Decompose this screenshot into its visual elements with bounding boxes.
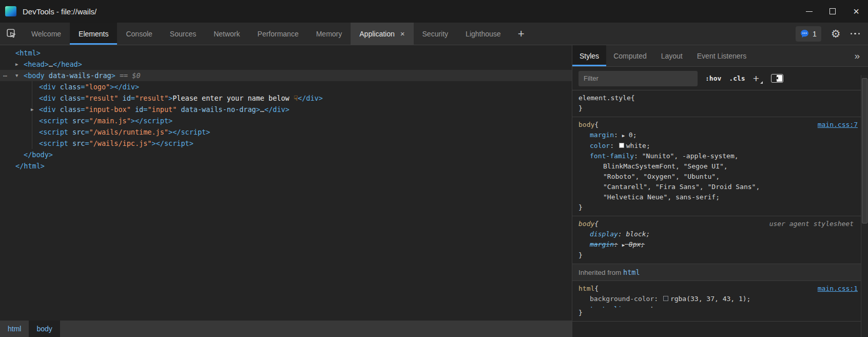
rule-closing-brace: } [572,202,861,213]
toggle-sidebar-icon[interactable] [771,74,783,83]
issues-count: 1 [813,30,817,38]
tab-welcome[interactable]: Welcome [23,23,70,45]
node-overflow-dots-icon[interactable]: ⋯ [3,70,8,81]
window-title: DevTools - file://wails/ [23,7,97,16]
tree-row-head-node[interactable]: ▶<head>…</head> [0,59,572,70]
tab-label: Memory [316,30,342,38]
dom-tree: <html>▶<head>…</head>⋯▼<body data-wails-… [0,45,572,321]
add-tab-button[interactable]: + [510,23,533,45]
css-declaration[interactable]: "Helvetica Neue", sans-serif; [572,192,861,202]
issues-bubble-icon [800,29,809,38]
tab-memory[interactable]: Memory [307,23,351,45]
styles-sidebar: StylesComputedLayoutEvent Listeners» :ho… [572,45,868,337]
tree-row-body-node[interactable]: ⋯▼<body data-wails-drag> == $0 [0,70,572,81]
tree-row-script-runtime-js[interactable]: <script src="/wails/runtime.js"></script… [0,126,572,138]
tab-console[interactable]: Console [117,23,161,45]
collapse-arrow-icon[interactable]: ▼ [15,70,18,81]
main-split: <html>▶<head>…</head>⋯▼<body data-wails-… [0,45,868,337]
stylesheet-source-link[interactable]: main.css:1 [818,284,858,294]
tab-label: Lighthouse [466,30,501,38]
pseudo-state-toggle[interactable]: :hov [705,74,721,82]
styles-filter-row: :hov .cls + [572,67,868,90]
color-swatch[interactable] [663,296,668,301]
tab-sources[interactable]: Sources [161,23,205,45]
toolbar-right: 1 ⚙ [796,23,868,45]
rule-element-style: element.style {} [572,90,861,117]
tab-label: Welcome [31,30,61,38]
inherited-from-bar: Inherited from html [572,264,861,281]
sidebar-tab-computed[interactable]: Computed [606,45,654,66]
tab-lighthouse[interactable]: Lighthouse [457,23,510,45]
tab-label: Performance [258,30,299,38]
tree-row-div-input-box[interactable]: ▶<div class="input-box" id="input" data-… [0,104,572,115]
styles-scrollbar[interactable] [861,75,868,337]
css-declaration[interactable]: background-color: rgba(33, 37, 43, 1); [572,294,861,304]
issues-counter-button[interactable]: 1 [796,26,821,42]
color-swatch[interactable] [619,143,624,148]
breadcrumb-html[interactable]: html [0,321,29,337]
css-declaration[interactable]: "Roboto", "Oxygen", "Ubuntu", [572,172,861,182]
sidebar-tab-event-listeners[interactable]: Event Listeners [690,45,754,66]
element-class-toggle[interactable]: .cls [729,74,745,82]
tab-label: Console [126,30,152,38]
rule-selector[interactable]: body {user agent stylesheet [572,219,861,229]
css-declaration[interactable]: margin: ▶ 8px; [572,239,861,250]
css-declaration[interactable]: font-family: "Nunito", -apple-system, [572,151,861,161]
css-declaration[interactable]: "Cantarell", "Fira Sans", "Droid Sans", [572,182,861,192]
tab-elements[interactable]: Elements [70,23,117,45]
tree-row-script-ipc-js[interactable]: <script src="/wails/ipc.js"></script> [0,138,572,149]
expand-arrow-icon[interactable]: ▶ [31,104,33,115]
tree-row-div-logo[interactable]: <div class="logo"></div> [0,81,572,92]
tree-row-div-result[interactable]: <div class="result" id="result">Please e… [0,92,572,104]
tab-application[interactable]: Application× [351,23,413,45]
pointing-down-emoji: ☟ [294,94,298,102]
styles-filter-input[interactable] [578,71,698,86]
inherited-from-label: Inherited from [578,269,623,276]
tab-security[interactable]: Security [414,23,457,45]
rule-selector[interactable]: html {main.css:1 [572,284,861,294]
inspect-cursor-icon [7,29,16,39]
devtools-window: DevTools - file://wails/ × WelcomeElemen… [0,0,868,337]
rule-html-main-css: html {main.css:1background-color: rgba(3… [572,281,861,322]
sidebar-tab-strip: StylesComputedLayoutEvent Listeners» [572,45,868,67]
maximize-icon [830,8,836,14]
stylesheet-source-link[interactable]: main.css:7 [818,120,858,130]
css-declaration[interactable]: color: white; [572,141,861,151]
more-sidebar-tabs-icon[interactable]: » [846,45,868,66]
maximize-button[interactable] [821,0,844,23]
breadcrumb-body[interactable]: body [29,321,60,337]
minimize-icon [806,11,813,12]
sidebar-tab-layout[interactable]: Layout [654,45,690,66]
styles-rules-list: element.style {}body {main.css:7margin: … [572,90,868,337]
rule-closing-brace: } [572,103,861,114]
more-options-icon[interactable] [851,33,860,35]
minimize-button[interactable] [797,0,821,23]
elements-panel: <html>▶<head>…</head>⋯▼<body data-wails-… [0,45,572,337]
rule-body-user-agent: body {user agent stylesheetdisplay: bloc… [572,216,861,264]
inherited-from-node-link[interactable]: html [623,268,640,276]
scrollbar-thumb[interactable] [862,78,867,223]
tree-row-script-main-js[interactable]: <script src="/main.js"></script> [0,115,572,126]
dom-breadcrumb: htmlbody [0,321,572,337]
rule-selector[interactable]: element.style { [572,93,861,103]
inspect-element-button[interactable] [0,23,23,45]
expand-arrow-icon[interactable]: ▶ [15,59,18,70]
css-declaration[interactable]: text-align: center; [572,304,861,308]
css-declaration[interactable]: display: block; [572,229,861,239]
tab-performance[interactable]: Performance [249,23,307,45]
plus-icon: + [518,27,525,41]
tree-row-html-open-tag[interactable]: <html> [0,47,572,59]
rule-selector[interactable]: body {main.css:7 [572,120,861,130]
css-declaration[interactable]: margin: ▶ 0; [572,130,861,141]
tree-row-html-close-tag[interactable]: </html> [0,160,572,172]
sidebar-tab-styles[interactable]: Styles [572,45,606,66]
tree-row-body-close-tag[interactable]: </body> [0,149,572,160]
tab-close-icon[interactable]: × [400,29,405,38]
tab-network[interactable]: Network [205,23,248,45]
new-style-rule-button[interactable]: + [753,72,763,85]
close-button[interactable]: × [844,0,868,23]
settings-gear-icon[interactable]: ⚙ [831,28,841,39]
rule-closing-brace: } [572,250,861,260]
css-declaration[interactable]: BlinkMacSystemFont, "Segoe UI", [572,161,861,172]
user-agent-stylesheet-label: user agent stylesheet [769,219,858,229]
